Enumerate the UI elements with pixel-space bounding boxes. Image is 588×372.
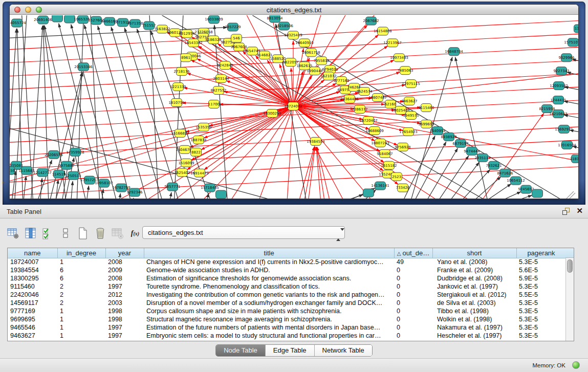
table-row[interactable]: 1830029562008Estimation of significance … bbox=[8, 274, 566, 282]
table-cell[interactable]: 5.9E-5 bbox=[516, 274, 566, 282]
row-height-icon[interactable] bbox=[57, 225, 74, 242]
table-cell[interactable]: 1997 bbox=[105, 332, 144, 340]
table-cell[interactable]: 6 bbox=[57, 274, 105, 282]
scrollbar-thumb[interactable] bbox=[567, 259, 573, 273]
table-cell[interactable]: 19384554 bbox=[8, 266, 57, 274]
table-cell[interactable]: Estimation of significance thresholds fo… bbox=[144, 274, 394, 282]
table-vertical-scrollbar[interactable] bbox=[565, 258, 574, 341]
graph-node[interactable]: 8961 bbox=[181, 54, 191, 62]
graph-node[interactable]: 7955812 bbox=[313, 57, 329, 65]
table-cell[interactable]: Yano et al. (2008) bbox=[432, 258, 516, 266]
float-panel-icon[interactable] bbox=[561, 207, 571, 216]
graph-node[interactable]: 1112 bbox=[574, 25, 579, 33]
table-cell[interactable]: 22420046 bbox=[8, 291, 57, 299]
column-header-short[interactable]: short bbox=[432, 248, 516, 258]
tab-edge-table[interactable]: Edge Table bbox=[265, 345, 314, 356]
graph-node[interactable]: 16154808 bbox=[374, 27, 392, 35]
graph-node[interactable]: 9242848 bbox=[217, 61, 233, 70]
table-cell[interactable]: 5.3E-5 bbox=[516, 258, 566, 266]
graph-node[interactable]: 15692971 bbox=[555, 125, 573, 133]
graph-node[interactable]: 1535359 bbox=[195, 123, 211, 131]
function-builder-icon[interactable]: f(x) bbox=[127, 225, 143, 242]
graph-node[interactable]: 15166827 bbox=[171, 129, 189, 137]
graph-node[interactable]: 15751074 bbox=[564, 38, 578, 47]
graph-node[interactable]: 12975115 bbox=[402, 80, 420, 88]
table-row[interactable]: 977716911998Corpus callosum shape and si… bbox=[8, 307, 566, 315]
table-cell[interactable]: de Silva et al. (2003) bbox=[432, 299, 516, 307]
table-cell[interactable]: Corpus callosum shape and size in male p… bbox=[144, 307, 394, 315]
table-row[interactable]: 946554611997Estimation of the future num… bbox=[8, 323, 566, 332]
graph-node[interactable]: 16848784 bbox=[445, 48, 463, 56]
delete-table-icon[interactable] bbox=[92, 225, 108, 242]
graph-node[interactable]: 19384554 bbox=[307, 137, 325, 145]
table-cell[interactable]: 9115460 bbox=[8, 282, 57, 291]
graph-node[interactable]: 19218506 bbox=[275, 22, 293, 30]
table-cell[interactable]: 18724007 bbox=[8, 258, 57, 266]
column-header-out_de[interactable]: △out_de… bbox=[394, 248, 432, 258]
window-titlebar[interactable]: citations_edges.txt bbox=[10, 5, 578, 15]
table-cell[interactable]: Jankovic et al. (1997) bbox=[432, 282, 516, 291]
graph-node[interactable]: 17654923 bbox=[399, 127, 418, 136]
graph-node[interactable]: 8813054 bbox=[267, 15, 283, 23]
table-cell[interactable]: 2012 bbox=[105, 291, 144, 299]
table-row[interactable]: 2242004622012Investigating the contribut… bbox=[8, 291, 566, 299]
graph-node[interactable]: 20691406 bbox=[34, 16, 52, 24]
table-cell[interactable]: 1998 bbox=[105, 315, 144, 323]
table-cell[interactable]: 1 bbox=[57, 315, 105, 323]
graph-node[interactable]: 18640910 bbox=[295, 39, 314, 47]
graph-node[interactable]: 16961758 bbox=[302, 49, 320, 57]
table-cell[interactable]: 5.6E-5 bbox=[516, 266, 566, 274]
graph-node[interactable]: 16033809 bbox=[205, 15, 223, 24]
table-cell[interactable]: 1997 bbox=[105, 323, 144, 332]
table-cell[interactable]: 14569117 bbox=[8, 299, 57, 307]
graph-node[interactable]: 118753 bbox=[570, 155, 578, 163]
table-cell[interactable]: 0 bbox=[394, 299, 432, 307]
table-cell[interactable]: Changes of HCN gene expression and I(f) … bbox=[144, 258, 394, 266]
graph-node[interactable]: 16720407 bbox=[359, 116, 378, 124]
graph-node[interactable]: 1887834 bbox=[190, 136, 207, 144]
table-cell[interactable]: Structural magnetic resonance image aver… bbox=[144, 315, 394, 323]
network-canvas[interactable]: 1405572420691406106532671527602646616010… bbox=[10, 15, 578, 199]
table-cell[interactable]: Hescheler et al. (1997) bbox=[432, 332, 516, 340]
graph-node[interactable]: 39159 bbox=[10, 166, 15, 174]
graph-node[interactable]: 9463627 bbox=[401, 97, 417, 105]
graph-node[interactable]: 733426 bbox=[396, 184, 410, 192]
graph-node[interactable]: 12142737 bbox=[33, 168, 52, 177]
table-cell[interactable]: 49 bbox=[394, 258, 432, 266]
table-cell[interactable]: Nakamura et al. (1997) bbox=[432, 323, 516, 332]
column-header-year[interactable]: year bbox=[105, 248, 144, 258]
graph-node[interactable] bbox=[52, 15, 63, 22]
table-cell[interactable]: 1997 bbox=[105, 282, 144, 291]
table-cell[interactable]: 5.3E-5 bbox=[516, 307, 566, 315]
graph-node[interactable] bbox=[532, 189, 543, 198]
graph-node[interactable]: 17016504 bbox=[558, 141, 576, 149]
graph-node[interactable]: 7857229 bbox=[225, 23, 241, 31]
graph-node[interactable]: 9227343 bbox=[553, 67, 569, 75]
table-cell[interactable]: 0 bbox=[394, 291, 432, 299]
table-row[interactable]: 1938455462009Genome-wide association stu… bbox=[8, 266, 566, 274]
table-cell[interactable]: 1 bbox=[57, 332, 105, 340]
table-cell[interactable]: Investigating the contribution of common… bbox=[144, 291, 394, 299]
column-header-in_degree[interactable]: in_degree bbox=[57, 248, 105, 258]
table-cell[interactable]: 5.3E-5 bbox=[516, 282, 566, 291]
graph-node[interactable]: 8822 bbox=[191, 148, 202, 156]
graph-node[interactable]: 24364486 bbox=[340, 95, 359, 103]
table-cell[interactable]: 2009 bbox=[105, 266, 144, 274]
graph-node[interactable]: 19325419 bbox=[284, 31, 302, 39]
table-cell[interactable]: Stergiakouli et al. (2012) bbox=[432, 291, 516, 299]
west-panel-handle[interactable]: ▸ bbox=[3, 180, 5, 185]
table-cell[interactable]: Estimation of the future numbers of pati… bbox=[144, 323, 394, 332]
network-window[interactable]: citations_edges.txt 14055724206914061065… bbox=[9, 4, 579, 199]
table-cell[interactable]: 2 bbox=[57, 291, 105, 299]
graph-node[interactable]: 9857771 bbox=[164, 183, 180, 191]
graph-node[interactable]: 751552 bbox=[142, 21, 156, 30]
table-cell[interactable]: 2 bbox=[57, 299, 105, 307]
table-cell[interactable]: 1 bbox=[57, 258, 105, 266]
table-cell[interactable]: 1998 bbox=[105, 307, 144, 315]
table-cell[interactable]: 5.5E-5 bbox=[516, 291, 566, 299]
table-cell[interactable]: 0 bbox=[394, 315, 432, 323]
table-selector-combobox[interactable]: citations_edges.txt bbox=[142, 226, 345, 239]
table-row[interactable]: 911546021997Tourette syndrome. Phenomeno… bbox=[8, 282, 566, 291]
graph-node[interactable]: 546 bbox=[231, 34, 242, 42]
graph-node[interactable]: 17359928 bbox=[66, 148, 84, 156]
